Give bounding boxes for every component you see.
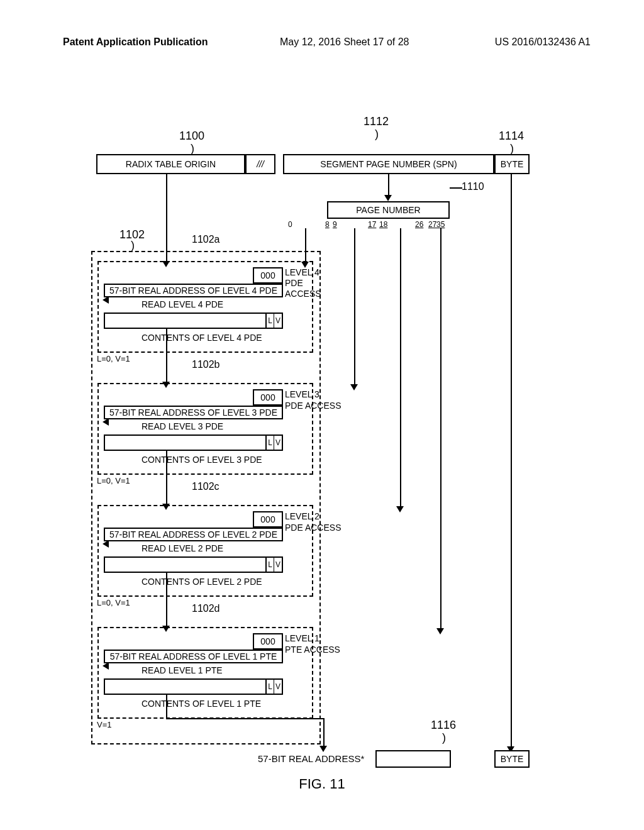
- ref-1110: 1110: [462, 181, 484, 192]
- ref-1116: 1116: [431, 719, 456, 732]
- ref-1100: 1100: [179, 130, 204, 143]
- l3-lv-box: L V: [265, 434, 283, 451]
- l4-empty1: [104, 267, 253, 284]
- ref-1102a: 1102a: [192, 234, 220, 245]
- l1-addr: 57-BIT REAL ADDRESS OF LEVEL 1 PTE: [104, 650, 283, 663]
- tick-9: 9: [333, 220, 337, 229]
- tick-35: 35: [436, 220, 445, 229]
- l4-addr: 57-BIT REAL ADDRESS OF LEVEL 4 PDE: [104, 284, 283, 297]
- l2-000: 000: [253, 511, 283, 528]
- arrow-l4-down: [166, 329, 167, 383]
- curly-1114: ): [510, 142, 514, 155]
- l1-contents-box: [104, 678, 283, 695]
- l1-L: L: [267, 680, 274, 694]
- l2-lv: L=0, V=1: [97, 598, 130, 609]
- ref-1102b: 1102b: [192, 359, 220, 370]
- arrow-l1-down: [166, 695, 167, 718]
- curly-1116: ): [442, 731, 446, 744]
- v-arrow-3-head: [396, 506, 404, 512]
- l4-lv-box: L V: [265, 313, 283, 329]
- arrow-spn-line: [388, 174, 389, 196]
- tick-26: 26: [415, 220, 423, 229]
- tick-27: 27: [428, 220, 436, 229]
- l3-lv: L=0, V=1: [97, 476, 130, 487]
- tick-18: 18: [379, 220, 387, 229]
- arrow-l1-down2: [323, 718, 325, 747]
- l4-read: READ LEVEL 4 PDE: [142, 299, 223, 310]
- l1-access: LEVEL 1 PTE ACCESS: [285, 633, 340, 655]
- slashes-box: ///: [245, 154, 275, 174]
- l2-contents: CONTENTS OF LEVEL 2 PDE: [142, 576, 262, 587]
- l4-000: 000: [253, 267, 283, 284]
- v-arrow-4: [440, 228, 441, 629]
- curly-1112: ): [375, 128, 379, 141]
- header-pub-number: US 2016/0132436 A1: [495, 36, 591, 48]
- l2-addr: 57-BIT REAL ADDRESS OF LEVEL 2 PDE: [104, 528, 283, 541]
- l1-lv-box: L V: [265, 678, 283, 695]
- curly-1100: ): [191, 142, 194, 155]
- header-date-sheet: May 12, 2016 Sheet 17 of 28: [280, 36, 409, 48]
- radix-origin-box: RADIX TABLE ORIGIN: [96, 154, 245, 174]
- l3-read: READ LEVEL 3 PDE: [142, 421, 223, 432]
- l1-000: 000: [253, 633, 283, 650]
- l3-addr: 57-BIT REAL ADDRESS OF LEVEL 3 PDE: [104, 406, 283, 419]
- byte-arrow-line: [511, 174, 512, 748]
- v-arrow-2: [354, 228, 355, 385]
- arrow-l2-down: [166, 573, 167, 627]
- l1-read: READ LEVEL 1 PTE: [142, 665, 223, 676]
- spn-box: SEGMENT PAGE NUMBER (SPN): [283, 154, 494, 174]
- v-arrow-2-head: [350, 384, 358, 390]
- l2-access: LEVEL 2 PDE ACCESS: [285, 511, 341, 533]
- header-publication: Patent Application Publication: [63, 36, 208, 48]
- ref-1102c: 1102c: [192, 481, 219, 492]
- l3-contents: CONTENTS OF LEVEL 3 PDE: [142, 454, 262, 465]
- arrow-l3-down: [166, 451, 167, 505]
- page-number-box: PAGE NUMBER: [327, 201, 450, 219]
- l2-read: READ LEVEL 2 PDE: [142, 543, 223, 554]
- l2-L: L: [267, 558, 274, 572]
- l4-contents-box: [104, 313, 283, 329]
- ref-1114: 1114: [499, 130, 524, 143]
- bottom-addr-label: 57-BIT REAL ADDRESS*: [258, 753, 364, 765]
- arrow-spn-head: [384, 195, 392, 201]
- l4-lv: L=0, V=1: [97, 354, 130, 365]
- tick-0: 0: [288, 220, 292, 229]
- v-arrow-3: [400, 228, 401, 507]
- figure-label: FIG. 11: [0, 776, 644, 792]
- curly-1102: ): [131, 239, 135, 252]
- l3-L: L: [267, 436, 274, 450]
- l3-contents-box: [104, 434, 283, 451]
- l4-contents: CONTENTS OF LEVEL 4 PDE: [142, 332, 262, 343]
- l1-contents: CONTENTS OF LEVEL 1 PTE: [142, 698, 261, 709]
- l4-access-2: PDE: [285, 277, 303, 289]
- ref-1112: 1112: [364, 115, 389, 128]
- l1-V: V: [274, 680, 282, 694]
- arrow-radix-down: [166, 174, 167, 262]
- v-arrow-4-head: [436, 628, 444, 634]
- ref-1102d: 1102d: [192, 603, 220, 614]
- l2-arrow-left: [103, 540, 109, 548]
- l4-V: V: [274, 314, 282, 328]
- l1-lv: V=1: [97, 720, 112, 731]
- l4-access-3: ACCESS: [285, 288, 321, 299]
- tick-17: 17: [368, 220, 376, 229]
- l3-arrow-left: [103, 418, 109, 426]
- l1-arrow-left: [103, 662, 109, 670]
- l2-V: V: [274, 558, 282, 572]
- arrow-l1-across: [166, 718, 323, 719]
- l3-access: LEVEL 3 PDE ACCESS: [285, 389, 341, 411]
- l3-000: 000: [253, 389, 283, 406]
- l3-V: V: [274, 436, 282, 450]
- l2-contents-box: [104, 556, 283, 573]
- l2-lv-box: L V: [265, 556, 283, 573]
- l4-L: L: [267, 314, 274, 328]
- tick-8: 8: [325, 220, 330, 229]
- arrow-l1-head: [319, 746, 327, 752]
- byte-box-bottom: BYTE: [494, 750, 530, 768]
- byte-box-top: BYTE: [494, 154, 530, 174]
- l4-access-1: LEVEL 4: [285, 267, 319, 278]
- bottom-empty-box: [375, 750, 451, 768]
- l4-arrow-left: [103, 296, 109, 304]
- lead-1110: [450, 187, 462, 189]
